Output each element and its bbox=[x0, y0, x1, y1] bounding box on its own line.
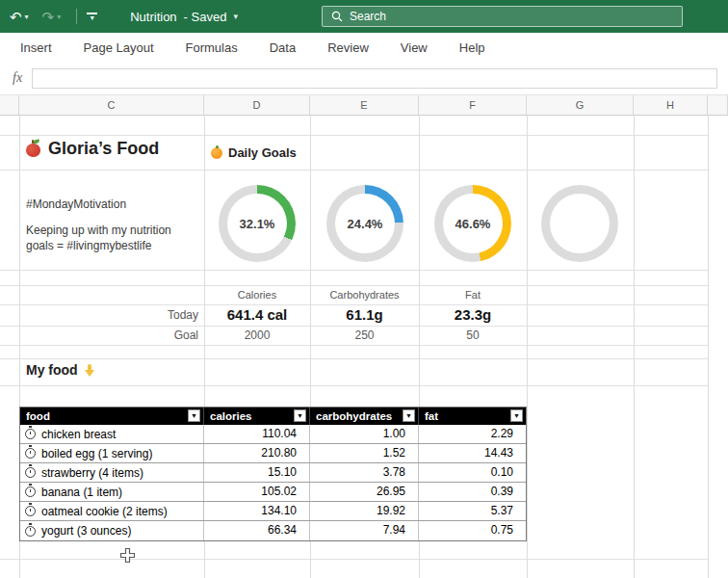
daily-goals-cell[interactable]: Daily Goals bbox=[211, 145, 297, 160]
carbohydrates-cell[interactable]: 3.78 bbox=[310, 463, 419, 482]
quick-access-dropdown-button[interactable]: ▾ bbox=[87, 13, 97, 21]
today-fat-value[interactable]: 23.3g bbox=[419, 304, 527, 326]
carbohydrates-donut-chart[interactable]: 24.4% bbox=[326, 185, 403, 262]
motivation-cell[interactable]: #MondayMotivation Keeping up with my nut… bbox=[26, 197, 195, 254]
timer-icon bbox=[25, 448, 36, 459]
document-title-dropdown[interactable]: Nutrition - Saved ▾ bbox=[130, 10, 238, 24]
redo-dropdown-icon[interactable]: ▾ bbox=[57, 13, 61, 21]
goal-calories-value[interactable]: 2000 bbox=[204, 326, 310, 345]
goal-carbohydrates-value[interactable]: 250 bbox=[310, 326, 419, 345]
fat-cell[interactable]: 2.29 bbox=[419, 425, 526, 443]
column-header-E[interactable]: E bbox=[310, 95, 419, 115]
filter-dropdown-icon[interactable]: ▼ bbox=[510, 409, 523, 422]
table-row[interactable]: oatmeal cookie (2 items) 134.10 19.92 5.… bbox=[20, 502, 526, 521]
fat-percent-label: 46.6% bbox=[434, 185, 511, 262]
table-row[interactable]: boiled egg (1 serving) 210.80 1.52 14.43 bbox=[20, 444, 526, 463]
formula-input[interactable] bbox=[32, 68, 717, 89]
header-food[interactable]: food ▼ bbox=[20, 407, 204, 425]
today-row-label[interactable]: Today bbox=[19, 304, 198, 326]
calories-cell[interactable]: 66.34 bbox=[204, 521, 310, 540]
carbohydrates-cell[interactable]: 1.52 bbox=[310, 444, 419, 462]
calories-cell[interactable]: 110.04 bbox=[204, 425, 310, 443]
table-row[interactable]: strawberry (4 items) 15.10 3.78 0.10 bbox=[20, 463, 526, 483]
carbohydrates-cell[interactable]: 7.94 bbox=[310, 521, 419, 540]
redo-button[interactable]: ↷ ▾ bbox=[42, 10, 62, 24]
calories-cell[interactable]: 134.10 bbox=[204, 502, 310, 520]
tab-view[interactable]: View bbox=[401, 40, 428, 55]
tab-data[interactable]: Data bbox=[270, 40, 296, 55]
fat-cell[interactable]: 5.37 bbox=[419, 502, 526, 520]
timer-icon bbox=[25, 429, 36, 439]
gridline bbox=[0, 270, 708, 271]
orange-icon bbox=[211, 147, 222, 159]
carbohydrates-label[interactable]: Carbohydrates bbox=[310, 285, 419, 304]
timer-icon bbox=[25, 526, 36, 537]
fat-cell[interactable]: 0.10 bbox=[419, 463, 526, 482]
header-fat[interactable]: fat ▼ bbox=[419, 407, 526, 425]
table-row[interactable]: banana (1 item) 105.02 26.95 0.39 bbox=[20, 483, 526, 502]
table-row[interactable]: yogurt (3 ounces) 66.34 7.94 0.75 bbox=[20, 521, 526, 540]
food-name-cell[interactable]: yogurt (3 ounces) bbox=[20, 521, 204, 540]
calories-cell[interactable]: 105.02 bbox=[204, 483, 310, 501]
column-header-partial[interactable] bbox=[708, 95, 728, 115]
header-calories[interactable]: calories ▼ bbox=[204, 407, 310, 425]
document-title: Nutrition bbox=[130, 10, 176, 24]
formula-bar: fx bbox=[0, 62, 728, 94]
sheet-title-cell[interactable]: Gloria’s Food bbox=[26, 139, 159, 159]
my-food-label: My food bbox=[26, 362, 78, 378]
fat-cell[interactable]: 0.39 bbox=[419, 483, 526, 501]
tab-help[interactable]: Help bbox=[459, 40, 485, 55]
undo-dropdown-icon[interactable]: ▾ bbox=[25, 13, 29, 21]
today-calories-value[interactable]: 641.4 cal bbox=[204, 304, 310, 326]
calories-label[interactable]: Calories bbox=[204, 285, 310, 304]
goal-fat-value[interactable]: 50 bbox=[419, 326, 527, 345]
calories-cell[interactable]: 210.80 bbox=[204, 444, 310, 462]
worksheet-grid[interactable]: Gloria’s Food Daily Goals #MondayMotivat… bbox=[0, 116, 728, 578]
today-carbohydrates-value[interactable]: 61.1g bbox=[310, 304, 419, 326]
search-input[interactable]: Search bbox=[322, 6, 683, 27]
goal-row-label[interactable]: Goal bbox=[19, 326, 198, 345]
chevron-down-icon: ▾ bbox=[91, 15, 94, 21]
row-header-corner[interactable] bbox=[0, 95, 19, 115]
tab-formulas[interactable]: Formulas bbox=[186, 40, 238, 55]
my-food-cell[interactable]: My food bbox=[26, 362, 94, 378]
fat-donut-chart[interactable]: 46.6% bbox=[434, 185, 511, 262]
food-name-cell[interactable]: oatmeal cookie (2 items) bbox=[20, 502, 204, 520]
tab-insert[interactable]: Insert bbox=[20, 40, 52, 55]
food-name-cell[interactable]: banana (1 item) bbox=[20, 483, 204, 501]
apple-icon bbox=[26, 144, 40, 157]
column-header-F[interactable]: F bbox=[419, 95, 527, 115]
motivation-line1: #MondayMotivation bbox=[26, 197, 195, 212]
filter-dropdown-icon[interactable]: ▼ bbox=[188, 409, 200, 422]
saved-status: - Saved bbox=[184, 10, 227, 24]
empty-donut-chart[interactable] bbox=[541, 185, 618, 262]
column-header-G[interactable]: G bbox=[527, 95, 634, 115]
calories-cell[interactable]: 15.10 bbox=[204, 463, 310, 482]
food-name-cell[interactable]: strawberry (4 items) bbox=[20, 463, 204, 482]
column-header-C[interactable]: C bbox=[19, 95, 204, 115]
column-header-D[interactable]: D bbox=[204, 95, 310, 115]
food-name-cell[interactable]: chicken breast bbox=[20, 425, 204, 443]
food-name-cell[interactable]: boiled egg (1 serving) bbox=[20, 444, 204, 462]
tab-page-layout[interactable]: Page Layout bbox=[84, 40, 154, 55]
column-headers: C D E F G H bbox=[0, 94, 728, 116]
fat-label[interactable]: Fat bbox=[419, 285, 527, 304]
carbohydrates-cell[interactable]: 1.00 bbox=[310, 425, 419, 443]
filter-dropdown-icon[interactable]: ▼ bbox=[403, 409, 415, 422]
table-row[interactable]: chicken breast 110.04 1.00 2.29 bbox=[20, 425, 526, 444]
column-header-H[interactable]: H bbox=[634, 95, 708, 115]
carbohydrates-cell[interactable]: 19.92 bbox=[310, 502, 419, 520]
filter-dropdown-icon[interactable]: ▼ bbox=[294, 409, 306, 422]
header-carbohydrates[interactable]: carbohydrates ▼ bbox=[310, 407, 419, 425]
titlebar: ↶ ▾ ↷ ▾ ▾ Nutrition - Saved ▾ Search bbox=[0, 0, 728, 33]
fx-icon[interactable]: fx bbox=[13, 70, 22, 86]
fat-cell[interactable]: 0.75 bbox=[419, 521, 526, 540]
undo-button[interactable]: ↶ ▾ bbox=[10, 10, 29, 24]
gridline bbox=[0, 345, 708, 346]
gridline bbox=[0, 385, 708, 386]
redo-icon: ↷ bbox=[42, 10, 55, 24]
calories-donut-chart[interactable]: 32.1% bbox=[219, 185, 296, 262]
fat-cell[interactable]: 14.43 bbox=[419, 444, 526, 462]
carbohydrates-cell[interactable]: 26.95 bbox=[310, 483, 419, 501]
tab-review[interactable]: Review bbox=[327, 40, 369, 55]
